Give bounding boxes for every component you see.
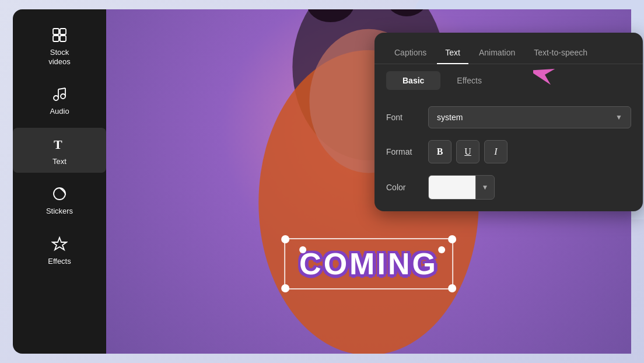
sidebar-item-text[interactable]: T Text <box>13 128 106 173</box>
app-container: Stockvideos Audio T Text <box>13 9 631 354</box>
resize-handle-bl[interactable] <box>281 284 289 292</box>
music-icon <box>50 85 69 103</box>
color-label: Color <box>386 183 421 192</box>
svg-rect-2 <box>53 36 59 41</box>
sidebar-item-effects[interactable]: Effects <box>13 228 106 273</box>
bold-button[interactable]: B <box>428 140 452 163</box>
star-icon <box>50 235 69 253</box>
right-panel: Captions Text Animation Text-to-speech B… <box>374 33 643 211</box>
svg-line-8 <box>58 88 65 89</box>
tab-animation[interactable]: Animation <box>471 42 523 64</box>
svg-text:T: T <box>54 137 62 152</box>
text-selection-box[interactable]: COMING <box>284 238 453 289</box>
font-value: system <box>437 113 463 122</box>
tab-text[interactable]: Text <box>437 42 468 64</box>
font-row: Font system ▼ <box>386 106 631 128</box>
text-icon: T <box>50 135 69 153</box>
color-dropdown-arrow[interactable]: ▼ <box>475 176 494 199</box>
sub-tab-basic[interactable]: Basic <box>386 71 440 90</box>
format-buttons: B U I <box>428 140 508 163</box>
sub-tabs: Basic Effects <box>374 64 643 97</box>
italic-button[interactable]: I <box>484 140 508 163</box>
sidebar-item-label-audio: Audio <box>50 107 69 116</box>
chevron-down-icon: ▼ <box>615 113 622 121</box>
color-preview <box>429 176 475 199</box>
svg-marker-18 <box>533 63 556 86</box>
format-label: Format <box>386 147 421 156</box>
svg-point-10 <box>54 188 65 200</box>
svg-rect-0 <box>53 29 59 34</box>
sidebar-item-stickers[interactable]: Stickers <box>13 177 106 223</box>
svg-rect-3 <box>60 36 66 41</box>
font-label: Font <box>386 113 421 122</box>
sidebar-item-label-effects: Effects <box>48 257 71 266</box>
format-row: Format B U I <box>386 140 631 163</box>
resize-handle-br[interactable] <box>448 284 456 292</box>
sticker-icon <box>50 184 69 203</box>
cursor-arrow <box>533 63 556 89</box>
resize-handle-tl[interactable] <box>281 235 289 243</box>
svg-point-4 <box>54 96 58 100</box>
tab-captions[interactable]: Captions <box>386 42 435 64</box>
svg-marker-11 <box>52 238 66 250</box>
text-overlay[interactable]: COMING <box>299 247 438 281</box>
panel-content: Font system ▼ Format B U I <box>374 97 643 211</box>
sidebar-item-audio[interactable]: Audio <box>13 78 106 123</box>
sub-tab-effects[interactable]: Effects <box>440 71 498 90</box>
sidebar-item-label-stickers: Stickers <box>46 207 73 216</box>
grid-icon <box>50 26 69 44</box>
resize-handle-tr[interactable] <box>448 235 456 243</box>
sidebar-item-label-stock-videos: Stockvideos <box>48 48 71 66</box>
font-dropdown[interactable]: system ▼ <box>428 106 631 128</box>
chevron-down-icon-color: ▼ <box>482 183 489 191</box>
sidebar-item-stock-videos[interactable]: Stockvideos <box>13 19 106 73</box>
svg-rect-1 <box>60 29 66 34</box>
svg-point-5 <box>61 94 65 99</box>
sidebar: Stockvideos Audio T Text <box>13 9 106 354</box>
tab-text-to-speech[interactable]: Text-to-speech <box>526 42 596 64</box>
color-swatch[interactable]: ▼ <box>428 175 495 200</box>
underline-button[interactable]: U <box>456 140 480 163</box>
panel-tabs: Captions Text Animation Text-to-speech <box>374 33 643 64</box>
sidebar-item-label-text: Text <box>52 157 66 166</box>
color-row: Color ▼ <box>386 175 631 200</box>
